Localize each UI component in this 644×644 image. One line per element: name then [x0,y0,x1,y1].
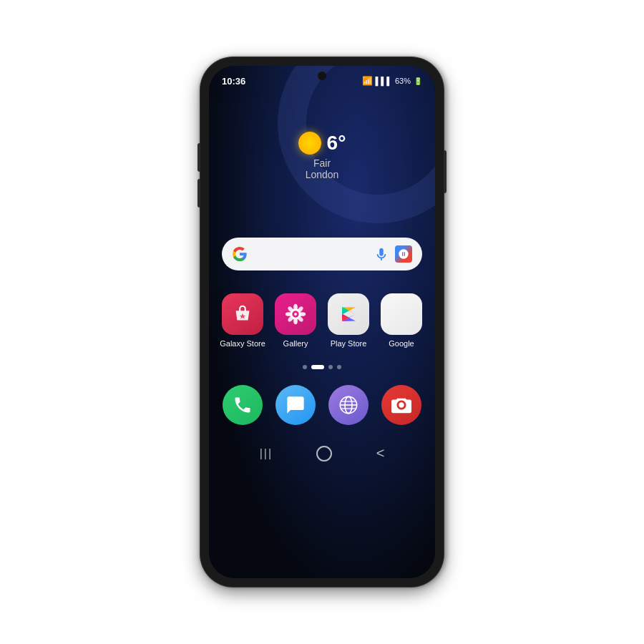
weather-temperature: 6° [327,132,346,155]
home-button[interactable] [316,446,332,462]
signal-bars-icon: ▌▌▌ [376,77,392,85]
google-icon [381,293,422,335]
wifi-icon: 📶 [362,76,373,86]
phone-device: 10:36 📶 ▌▌▌ 63% 🔋 6° Fair London [200,57,444,587]
browser-icon [328,385,369,425]
google-search-bar[interactable] [222,238,422,270]
camera-icon [381,385,421,425]
svg-point-5 [286,312,292,316]
dock-camera[interactable] [375,381,428,429]
page-dot-1[interactable] [303,365,307,369]
search-mic-icon[interactable] [374,246,389,262]
dock-browser[interactable] [322,381,375,429]
back-button[interactable]: < [376,445,385,462]
galaxy-store-icon [222,293,263,335]
svg-point-3 [293,304,298,311]
weather-city: London [209,169,435,180]
phone-icon [223,385,263,425]
app-google[interactable]: Google [375,288,428,353]
play-store-icon [328,293,369,335]
app-play-store[interactable]: Play Store [322,288,375,353]
messages-icon [275,385,316,425]
page-indicators [209,365,435,369]
status-icons: 📶 ▌▌▌ 63% 🔋 [362,76,422,86]
volume-up-button[interactable] [197,143,200,172]
app-galaxy-store[interactable]: Galaxy Store [216,288,269,353]
galaxy-store-label: Galaxy Store [220,339,265,348]
app-gallery[interactable]: Gallery [269,288,322,353]
gallery-label: Gallery [283,339,308,348]
gallery-icon [275,293,316,335]
battery-icon: 🔋 [414,77,422,85]
play-store-label: Play Store [331,339,367,348]
svg-point-6 [299,312,306,316]
page-dot-2[interactable] [311,365,324,369]
google-label: Google [389,339,414,348]
page-dot-3[interactable] [328,365,333,369]
status-time: 10:36 [222,76,245,87]
volume-down-button[interactable] [197,179,200,208]
svg-point-4 [293,318,298,324]
dock-messages[interactable] [269,381,322,429]
camera-notch [318,72,326,80]
search-lens-icon[interactable] [395,245,412,263]
navigation-bar: ||| < [209,435,435,472]
page-dot-4[interactable] [337,365,341,369]
svg-point-12 [294,313,297,316]
recents-button[interactable]: ||| [260,447,273,460]
weather-widget[interactable]: 6° Fair London [209,132,435,180]
weather-condition: Fair [209,157,435,169]
app-dock [216,381,428,429]
app-grid: Galaxy Store [216,288,428,353]
phone-screen: 10:36 📶 ▌▌▌ 63% 🔋 6° Fair London [209,66,435,578]
google-g-logo [232,246,248,262]
battery-indicator: 63% [395,77,411,85]
weather-sun-icon [298,132,321,155]
dock-phone[interactable] [216,381,269,429]
